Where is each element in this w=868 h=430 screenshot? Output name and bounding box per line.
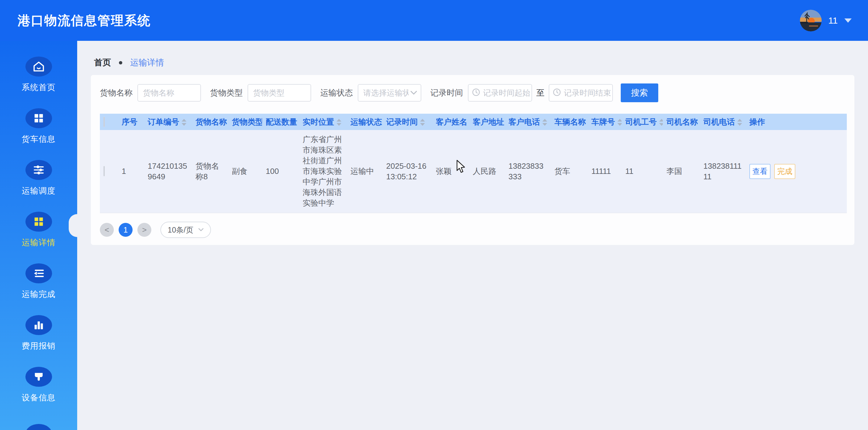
select-all-checkbox[interactable] <box>103 117 105 127</box>
cell-driver-phone: 13823811111 <box>700 130 746 213</box>
app-title: 港口物流信息管理系统 <box>18 12 151 29</box>
breadcrumb-current[interactable]: 运输详情 <box>130 57 164 68</box>
record-time-end-input[interactable]: 记录时间结束 <box>549 84 613 102</box>
col-customer-phone[interactable]: 客户电话 <box>505 114 551 130</box>
sidebar-item-trucks[interactable]: 货车信息 <box>0 100 77 152</box>
sort-icon[interactable] <box>182 119 186 126</box>
content-card: 货物名称 货物类型 运输状态 请选择运输状态 记录时间 记录时间起始 至 记录时… <box>91 75 855 245</box>
col-record-time[interactable]: 记录时间 <box>382 114 432 130</box>
col-status[interactable]: 运输状态 <box>347 114 382 130</box>
cell-location: 广东省广州市海珠区素社街道广州市海珠实验中学广州市海珠外国语实验中学 <box>299 130 347 213</box>
cell-customer-address: 人民路 <box>469 130 505 213</box>
select-placeholder: 请选择运输状态 <box>363 88 409 98</box>
transport-status-label: 运输状态 <box>320 88 353 98</box>
cargo-name-label: 货物名称 <box>100 88 132 98</box>
row-checkbox[interactable] <box>103 166 105 176</box>
sidebar-item-transport-detail[interactable]: 运输详情 <box>0 204 77 256</box>
next-page-button[interactable]: > <box>137 223 151 237</box>
col-cargo-name[interactable]: 货物名称 <box>192 114 228 130</box>
pagination: < 1 > 10条/页 <box>100 222 846 238</box>
cell-customer-phone: 13823833333 <box>505 130 551 213</box>
cell-status: 运输中 <box>347 130 382 213</box>
col-customer-name[interactable]: 客户姓名 <box>432 114 469 130</box>
col-location[interactable]: 实时位置 <box>299 114 347 130</box>
date-end-placeholder: 记录时间结束 <box>564 88 611 98</box>
sort-icon[interactable] <box>542 119 547 126</box>
cell-vehicle-name: 货车 <box>551 130 588 213</box>
col-actions: 操作 <box>746 114 847 130</box>
sort-icon[interactable] <box>737 119 742 126</box>
cell-index: 1 <box>118 130 144 213</box>
sidebar-item-label: 货车信息 <box>22 134 56 144</box>
grid-icon <box>25 212 52 232</box>
sidebar-item-home[interactable]: 系统首页 <box>0 49 77 100</box>
cell-plate-no: 11111 <box>588 130 622 213</box>
col-order-no[interactable]: 订单编号 <box>144 114 192 130</box>
sort-icon[interactable] <box>337 119 341 126</box>
sidebar-item-label: 费用报销 <box>22 340 56 352</box>
col-driver-phone[interactable]: 司机电话 <box>700 114 746 130</box>
grid-icon <box>25 108 52 128</box>
col-quantity[interactable]: 配送数量 <box>262 114 299 130</box>
sidebar-item-transport-done[interactable]: 运输完成 <box>0 256 77 307</box>
cargo-type-input[interactable] <box>248 84 311 102</box>
prev-page-button[interactable]: < <box>100 223 114 237</box>
complete-button[interactable]: 完成 <box>774 164 795 179</box>
search-button[interactable]: 搜索 <box>621 84 658 102</box>
breadcrumb-home[interactable]: 首页 <box>94 57 111 68</box>
chevron-down-icon <box>198 228 204 232</box>
sort-icon[interactable] <box>617 119 622 126</box>
sidebar-item-partial[interactable] <box>0 411 77 430</box>
col-cargo-type[interactable]: 货物类型 <box>228 114 262 130</box>
transport-status-select[interactable]: 请选择运输状态 <box>358 84 421 102</box>
date-start-placeholder: 记录时间起始 <box>483 88 530 98</box>
page-size-value: 10条/页 <box>168 225 193 235</box>
circle-icon <box>25 424 52 430</box>
clock-icon <box>472 88 480 97</box>
col-index: 序号 <box>118 114 144 130</box>
page-1-button[interactable]: 1 <box>119 223 132 237</box>
breadcrumb-separator-dot <box>119 61 122 64</box>
caret-down-icon <box>844 19 851 23</box>
avatar[interactable] <box>800 10 822 31</box>
record-time-label: 记录时间 <box>430 88 463 98</box>
clock-icon <box>553 88 561 97</box>
username: 11 <box>828 15 838 26</box>
cell-cargo-type: 副食 <box>228 130 262 213</box>
breadcrumb: 首页 运输详情 <box>94 57 164 68</box>
col-driver-id[interactable]: 司机工号 <box>622 114 663 130</box>
cargo-type-label: 货物类型 <box>210 88 243 98</box>
cargo-name-input[interactable] <box>137 84 201 102</box>
filter-bar: 货物名称 货物类型 运输状态 请选择运输状态 记录时间 记录时间起始 至 记录时… <box>100 84 846 102</box>
cell-driver-name: 李国 <box>663 130 700 213</box>
page-size-select[interactable]: 10条/页 <box>160 222 211 238</box>
brush-icon <box>25 367 52 387</box>
sidebar-item-label: 设备信息 <box>22 392 56 403</box>
sidebar-item-label: 运输完成 <box>22 289 56 300</box>
sidebar-item-label: 运输调度 <box>22 185 56 196</box>
col-vehicle-name[interactable]: 车辆名称 <box>551 114 588 130</box>
date-range-separator: 至 <box>536 88 545 98</box>
cell-quantity: 100 <box>262 130 299 213</box>
list-arrow-icon <box>25 263 52 283</box>
col-plate-no[interactable]: 车牌号 <box>588 114 622 130</box>
col-customer-address[interactable]: 客户地址 <box>469 114 505 130</box>
view-button[interactable]: 查看 <box>749 164 771 179</box>
col-driver-name[interactable]: 司机名称 <box>663 114 700 130</box>
sort-icon[interactable] <box>420 119 425 126</box>
chevron-down-icon <box>410 91 417 96</box>
sidebar-item-label: 运输详情 <box>22 237 56 248</box>
sidebar-item-label: 系统首页 <box>22 82 56 93</box>
sidebar: 系统首页 货车信息 运输调度 运输详情 运输完成 费用报销 设备信息 <box>0 41 77 430</box>
sidebar-item-expenses[interactable]: 费用报销 <box>0 307 77 359</box>
home-icon <box>25 57 52 76</box>
sidebar-item-dispatch[interactable]: 运输调度 <box>0 152 77 204</box>
record-time-start-input[interactable]: 记录时间起始 <box>468 84 532 102</box>
app-header: 港口物流信息管理系统 11 <box>0 0 868 41</box>
user-menu[interactable]: 11 <box>800 0 851 41</box>
table-row: 1 1742101359649 货物名称8 副食 100 广东省广州市海珠区素社… <box>100 130 847 213</box>
cell-record-time: 2025-03-16 13:05:12 <box>382 130 432 213</box>
sort-icon[interactable] <box>659 119 663 126</box>
sidebar-item-equipment[interactable]: 设备信息 <box>0 359 77 411</box>
bar-chart-icon <box>25 315 52 335</box>
